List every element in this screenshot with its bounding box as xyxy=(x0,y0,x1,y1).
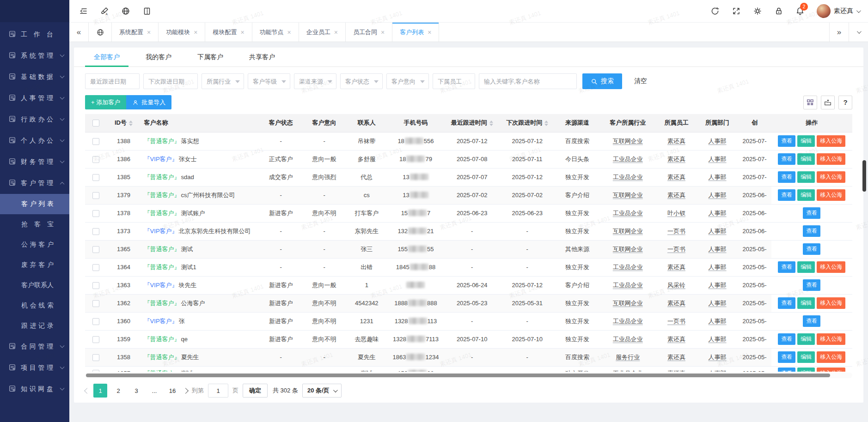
tab-close-icon[interactable]: × xyxy=(194,29,197,36)
help-button[interactable]: ? xyxy=(838,96,852,109)
batch-import-button[interactable]: 批量导入 xyxy=(126,95,171,109)
sidebar-item[interactable]: 客户管理 xyxy=(0,173,69,194)
tab-close-icon[interactable]: × xyxy=(147,29,151,36)
sidebar-item[interactable]: 合同管理 xyxy=(0,336,69,357)
column-header[interactable]: 手机号码 xyxy=(387,114,445,132)
tab[interactable]: 客户列表 × xyxy=(392,23,439,42)
filter-input[interactable] xyxy=(433,73,475,89)
column-header[interactable]: 来源渠道 xyxy=(555,114,600,132)
column-header[interactable]: 所属部门 xyxy=(697,114,738,132)
column-settings-button[interactable] xyxy=(803,96,817,109)
column-header[interactable]: 客户状态 xyxy=(259,114,302,132)
column-header[interactable]: 客户意向 xyxy=(302,114,346,132)
row-action-button[interactable]: 移入公海 xyxy=(817,351,845,363)
row-action-button[interactable]: 编辑 xyxy=(797,171,815,183)
row-action-button[interactable]: 编辑 xyxy=(797,351,815,363)
row-action-button[interactable]: 移入公海 xyxy=(817,368,845,372)
row-checkbox[interactable] xyxy=(92,318,99,325)
sort-icon[interactable] xyxy=(489,121,493,126)
sidebar-item[interactable]: 知识网盘 xyxy=(0,379,69,400)
column-header[interactable]: ID号 xyxy=(107,114,140,132)
row-action-button[interactable]: 编辑 xyxy=(797,261,815,273)
tab[interactable]: 功能节点 × xyxy=(252,23,299,42)
page-button[interactable]: ... xyxy=(147,384,161,398)
row-checkbox[interactable] xyxy=(92,156,99,163)
row-action-button[interactable]: 查看 xyxy=(778,351,795,363)
row-checkbox[interactable] xyxy=(92,264,99,271)
row-action-button[interactable]: 查看 xyxy=(778,171,795,183)
vertical-scrollbar-thumb[interactable] xyxy=(862,160,866,192)
row-checkbox[interactable] xyxy=(92,336,99,343)
sort-icon[interactable] xyxy=(129,121,133,126)
page-button[interactable]: 2 xyxy=(111,384,125,398)
notification-bell-icon[interactable]: 2 xyxy=(795,6,805,16)
sidebar-item[interactable]: 客户联系人 xyxy=(0,275,69,295)
sidebar-item[interactable]: 个人办公 xyxy=(0,130,69,151)
row-action-button[interactable]: 编辑 xyxy=(797,333,815,345)
page-size-select[interactable]: 20 条/页 xyxy=(302,384,342,398)
row-checkbox[interactable] xyxy=(92,228,99,235)
subtab[interactable]: 我的客户 xyxy=(137,48,180,66)
sidebar-item[interactable]: 抢客宝 xyxy=(0,214,69,235)
tab-close-icon[interactable]: × xyxy=(287,29,291,36)
column-header[interactable]: 操作 xyxy=(771,114,852,132)
row-action-button[interactable]: 查看 xyxy=(778,297,795,309)
row-action-button[interactable]: 移入公海 xyxy=(817,189,845,201)
language-globe-icon[interactable] xyxy=(121,6,130,16)
row-action-button[interactable]: 查看 xyxy=(778,261,795,273)
row-checkbox[interactable] xyxy=(92,370,99,372)
row-action-button[interactable]: 查看 xyxy=(803,243,820,255)
row-action-button[interactable]: 编辑 xyxy=(797,135,815,147)
prev-page-icon[interactable] xyxy=(84,388,90,394)
subtab[interactable]: 下属客户 xyxy=(189,48,232,66)
theme-brush-icon[interactable]: A xyxy=(100,6,109,16)
row-checkbox[interactable] xyxy=(92,210,99,217)
row-checkbox[interactable] xyxy=(92,300,99,307)
tabs-menu-button[interactable] xyxy=(849,23,868,42)
tabs-scroll-right-button[interactable]: » xyxy=(829,23,849,42)
sidebar-item[interactable]: 人事管理 xyxy=(0,88,69,109)
row-action-button[interactable]: 查看 xyxy=(778,368,795,372)
horizontal-scrollbar-thumb[interactable] xyxy=(86,374,830,377)
tab-close-icon[interactable]: × xyxy=(381,29,385,36)
filter-input[interactable] xyxy=(479,73,577,89)
row-action-button[interactable]: 查看 xyxy=(803,315,820,327)
row-action-button[interactable]: 编辑 xyxy=(797,189,815,201)
settings-gear-icon[interactable] xyxy=(753,6,762,16)
sidebar-item[interactable]: 公海客户 xyxy=(0,235,69,255)
row-checkbox[interactable] xyxy=(92,354,99,361)
next-page-icon[interactable] xyxy=(183,388,189,394)
filter-input[interactable] xyxy=(248,73,290,89)
subtab[interactable]: 共享客户 xyxy=(240,48,284,66)
export-button[interactable] xyxy=(821,96,835,109)
tab-close-icon[interactable]: × xyxy=(240,29,244,36)
sidebar-item[interactable]: 机会线索 xyxy=(0,295,69,316)
row-action-button[interactable]: 移入公海 xyxy=(817,333,845,345)
row-action-button[interactable]: 移入公海 xyxy=(817,153,845,165)
add-customer-button[interactable]: + 添加客户 xyxy=(85,95,126,109)
row-action-button[interactable]: 查看 xyxy=(778,333,795,345)
tabs-scroll-left-button[interactable]: « xyxy=(69,23,89,42)
row-action-button[interactable]: 查看 xyxy=(803,207,820,219)
sidebar-item[interactable]: 跟进记录 xyxy=(0,316,69,336)
row-checkbox[interactable] xyxy=(92,138,99,145)
row-action-button[interactable]: 查看 xyxy=(803,279,820,291)
column-header[interactable]: 下次跟进时间 xyxy=(500,114,555,132)
sidebar-item[interactable]: 项目管理 xyxy=(0,357,69,379)
lock-icon[interactable] xyxy=(774,6,783,16)
sidebar-item[interactable]: 废弃客户 xyxy=(0,255,69,275)
column-header[interactable]: 所属员工 xyxy=(656,114,697,132)
row-checkbox[interactable] xyxy=(92,246,99,253)
sidebar-collapse-icon[interactable] xyxy=(79,6,88,16)
filter-input[interactable] xyxy=(202,73,244,89)
filter-input[interactable] xyxy=(340,73,383,89)
split-screen-icon[interactable] xyxy=(142,6,152,16)
column-header[interactable]: 最近跟进时间 xyxy=(444,114,500,132)
tab[interactable]: 系统配置 × xyxy=(112,23,159,42)
sidebar-item[interactable]: 行政办公 xyxy=(0,109,69,130)
select-all-checkbox[interactable] xyxy=(92,120,99,127)
home-tab[interactable] xyxy=(89,23,112,42)
sidebar-item[interactable]: 系统管理 xyxy=(0,45,69,66)
filter-input[interactable] xyxy=(386,73,429,89)
column-header[interactable]: 联系人 xyxy=(346,114,387,132)
